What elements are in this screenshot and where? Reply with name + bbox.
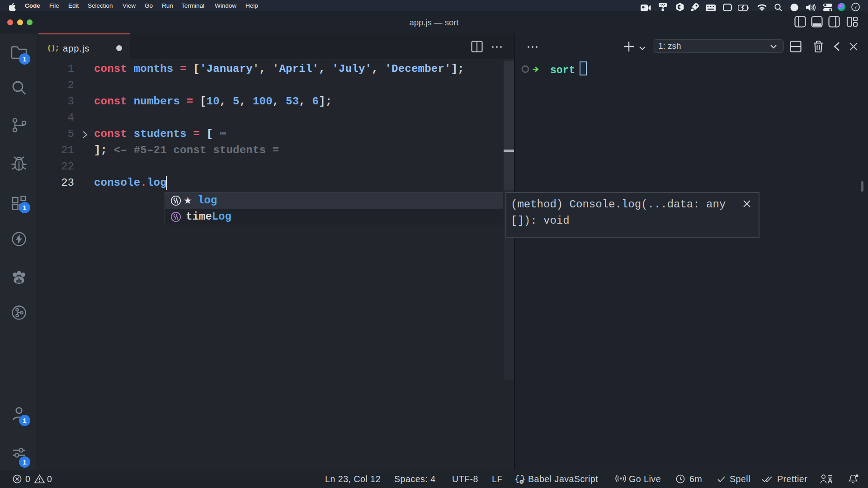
svg-text:7: 7 <box>854 5 857 9</box>
